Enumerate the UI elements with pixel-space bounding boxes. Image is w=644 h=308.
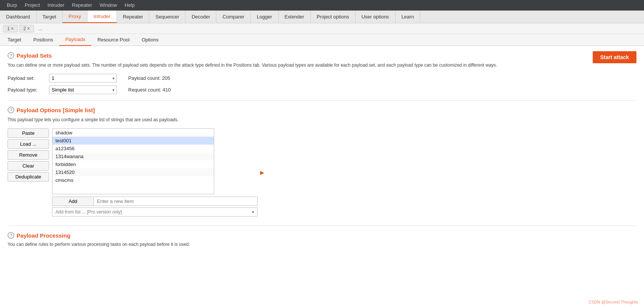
payload-count-label: Payload count: 205 bbox=[128, 75, 170, 81]
section-divider-2 bbox=[8, 226, 636, 226]
list-item[interactable]: 1314wanana bbox=[52, 152, 214, 160]
add-from-list-chevron-icon: ▾ bbox=[252, 209, 254, 215]
payload-sets-title: Payload Sets bbox=[17, 52, 52, 59]
instance-tab-more[interactable]: ... bbox=[35, 25, 45, 32]
payload-processing-title: Payload Processing bbox=[17, 232, 71, 239]
sub-tab-payloads[interactable]: Payloads bbox=[59, 34, 91, 46]
section-divider-1 bbox=[8, 100, 636, 101]
payload-list[interactable]: shadow test001 a123456 1314wanana forbid… bbox=[52, 128, 214, 194]
payload-set-label: Payload set: bbox=[8, 75, 45, 81]
request-count-label: Request count: 410 bbox=[128, 87, 171, 93]
payload-processing-help-icon[interactable]: ? bbox=[8, 232, 14, 239]
tab-comparer[interactable]: Comparer bbox=[216, 11, 251, 23]
list-item[interactable]: 1314520 bbox=[52, 168, 214, 176]
tab-repeater[interactable]: Repeater bbox=[117, 11, 149, 23]
tab-project-options[interactable]: Project options bbox=[311, 11, 356, 23]
tab-decoder[interactable]: Decoder bbox=[186, 11, 216, 23]
sub-tab-options[interactable]: Options bbox=[136, 34, 165, 46]
payload-options-help-icon[interactable]: ? bbox=[8, 107, 14, 113]
scroll-indicator-icon: ▶ bbox=[260, 169, 264, 175]
list-item[interactable]: test001 bbox=[52, 137, 214, 145]
list-item[interactable]: forbidden bbox=[52, 160, 214, 168]
add-button[interactable]: Add bbox=[52, 197, 94, 206]
menu-intruder[interactable]: Intruder bbox=[44, 0, 68, 11]
tab-learn[interactable]: Learn bbox=[396, 11, 420, 23]
tab-target[interactable]: Target bbox=[37, 11, 63, 23]
payload-sets-header: ? Payload Sets bbox=[8, 52, 636, 59]
load-button[interactable]: Load ... bbox=[8, 139, 49, 149]
list-item[interactable]: a123456 bbox=[52, 145, 214, 152]
tab-sequencer[interactable]: Sequencer bbox=[149, 11, 186, 23]
menu-help[interactable]: Help bbox=[121, 0, 138, 11]
list-item[interactable]: shadow bbox=[52, 129, 214, 137]
instance-tab-2[interactable]: 2 × bbox=[19, 25, 34, 32]
remove-button[interactable]: Remove bbox=[8, 150, 49, 160]
payload-type-select[interactable]: Simple list bbox=[49, 85, 117, 94]
payload-processing-description: You can define rules to perform various … bbox=[8, 242, 636, 247]
tab-user-options[interactable]: User options bbox=[356, 11, 396, 23]
payload-action-buttons: Paste Load ... Remove Clear Deduplicate bbox=[8, 128, 49, 181]
tab-proxy[interactable]: Proxy bbox=[63, 11, 87, 23]
start-attack-button[interactable]: Start attack bbox=[593, 51, 636, 63]
payload-options-header: ? Payload Options [Simple list] bbox=[8, 107, 636, 113]
payload-set-row: Payload set: 1 Payload count: 205 bbox=[8, 74, 636, 82]
add-from-list-dropdown[interactable]: Add from list ... [Pro version only] ▾ bbox=[52, 207, 258, 217]
payload-type-select-wrapper: Simple list bbox=[49, 85, 117, 94]
payload-sets-description: You can define one or more payload sets.… bbox=[8, 62, 636, 69]
payload-options-layout: Paste Load ... Remove Clear Deduplicate … bbox=[8, 128, 636, 217]
tab-dashboard[interactable]: Dashboard bbox=[0, 11, 37, 23]
instance-tab-bar: 1 × 2 × ... bbox=[0, 23, 644, 34]
clear-button[interactable]: Clear bbox=[8, 161, 49, 171]
payload-processing-header: ? Payload Processing bbox=[8, 232, 636, 239]
menu-bar: Burp Project Intruder Repeater Window He… bbox=[0, 0, 644, 11]
payload-set-select[interactable]: 1 bbox=[49, 74, 117, 82]
list-item[interactable]: cmscms bbox=[52, 176, 214, 184]
payload-type-row: Payload type: Simple list Request count:… bbox=[8, 85, 636, 94]
sub-tab-resource-pool[interactable]: Resource Pool bbox=[91, 34, 135, 46]
payload-sets-help-icon[interactable]: ? bbox=[8, 52, 14, 59]
payload-options-description: This payload type lets you configure a s… bbox=[8, 116, 636, 123]
sub-tab-bar: Target Positions Payloads Resource Pool … bbox=[0, 34, 644, 46]
deduplicate-button[interactable]: Deduplicate bbox=[8, 172, 49, 181]
watermark: CSDN @Second Thoughts bbox=[589, 300, 638, 304]
menu-burp[interactable]: Burp bbox=[3, 0, 21, 11]
content-area: Start attack ? Payload Sets You can defi… bbox=[0, 46, 644, 308]
payload-set-select-wrapper: 1 bbox=[49, 74, 117, 82]
payload-options-title: Payload Options [Simple list] bbox=[17, 107, 95, 113]
sub-tab-positions[interactable]: Positions bbox=[27, 34, 59, 46]
menu-project[interactable]: Project bbox=[21, 0, 43, 11]
menu-repeater[interactable]: Repeater bbox=[68, 0, 96, 11]
tab-intruder[interactable]: Intruder bbox=[87, 11, 117, 23]
add-item-input[interactable] bbox=[94, 197, 258, 206]
tab-logger[interactable]: Logger bbox=[251, 11, 278, 23]
paste-button[interactable]: Paste bbox=[8, 128, 49, 138]
payload-type-label: Payload type: bbox=[8, 87, 45, 93]
payload-processing-section: ? Payload Processing You can define rule… bbox=[8, 232, 636, 247]
add-from-list-label: Add from list ... [Pro version only] bbox=[55, 209, 122, 215]
payload-list-area: shadow test001 a123456 1314wanana forbid… bbox=[52, 128, 258, 217]
tab-extender[interactable]: Extender bbox=[279, 11, 311, 23]
menu-window[interactable]: Window bbox=[96, 0, 121, 11]
sub-tab-target[interactable]: Target bbox=[2, 34, 27, 46]
instance-tab-1[interactable]: 1 × bbox=[3, 25, 18, 32]
main-tab-bar: Dashboard Target Proxy Intruder Repeater… bbox=[0, 11, 644, 23]
add-item-row: Add bbox=[52, 197, 258, 206]
